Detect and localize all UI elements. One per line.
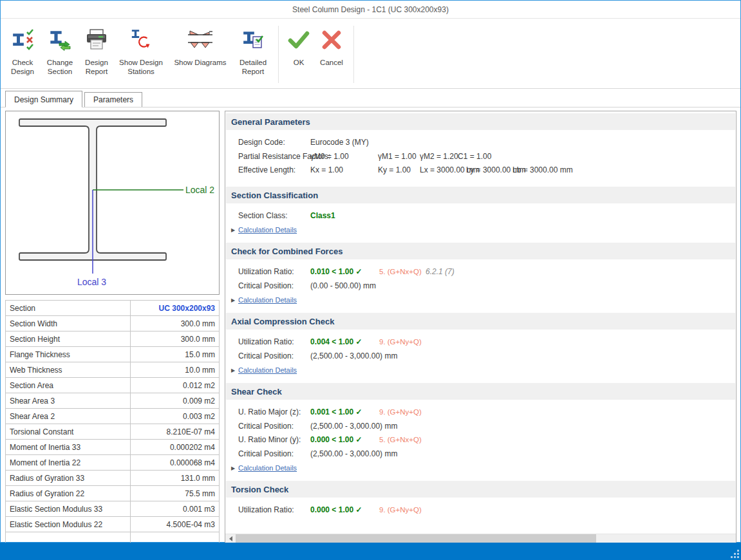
row-value: γM1 = 1.00: [378, 150, 420, 164]
section-properties-table: SectionUC 300x200x93 Section Width300.0 …: [5, 300, 220, 544]
table-row: Shear Area 30.009 m2: [6, 393, 220, 409]
table-row: Elastic Section Modulus 330.001 m3: [6, 501, 220, 517]
utilization-ratio: 0.010 < 1.00 ✓: [310, 265, 379, 279]
toolbar-separator: [278, 26, 279, 83]
row-value: Lb = 3000.00 mm: [512, 163, 736, 178]
check-design-icon: [10, 24, 35, 55]
section-axial-compression: Axial Compression Check Utilization Rati…: [225, 313, 736, 383]
utilization-ratio: 0.001 < 1.00 ✓: [310, 406, 379, 420]
load-combination: 9. (G+Ny+Q): [379, 406, 426, 420]
section-classification: Section Classification Section Class: Cl…: [225, 187, 736, 243]
tab-strip: Design Summary Parameters: [1, 90, 740, 107]
row-label: Utilization Ratio:: [238, 335, 310, 350]
detailed-report-icon: [241, 24, 265, 55]
toolbar-button-label: Check Design: [6, 58, 39, 76]
row-label: U. Ratio Minor (y):: [238, 433, 310, 447]
calculation-details-link[interactable]: ▶ Calculation Details: [228, 464, 736, 472]
row-value: γM0 = 1.00: [310, 150, 378, 164]
utilization-ratio: 0.004 < 1.00 ✓: [310, 335, 379, 350]
table-row: Torsional Constant8.210E-07 m4: [6, 424, 220, 440]
cancel-button[interactable]: Cancel: [315, 21, 348, 88]
result-value: Class1: [310, 209, 736, 223]
row-label: Utilization Ratio:: [238, 503, 310, 518]
section-header: Axial Compression Check: [226, 313, 735, 330]
resize-grip[interactable]: [731, 550, 739, 558]
row-label: Effective Length:: [238, 163, 310, 178]
check-design-button[interactable]: Check Design: [5, 21, 40, 88]
row-value: γM2 = 1.20: [420, 150, 458, 164]
design-summary-page: Local 2 Local 3 SectionUC 300x200x93 Sec…: [1, 107, 740, 544]
table-row: Section Area0.012 m2: [6, 378, 220, 393]
critical-position: (2,500.00 - 3,000.00) mm: [310, 420, 736, 434]
critical-position: (2,500.00 - 3,000.00) mm: [310, 350, 736, 364]
table-row: Radius of Gyration 33131.0 mm: [6, 471, 220, 486]
row-label: U. Ratio Major (z):: [238, 406, 310, 420]
table-row: Flange Thickness15.0 mm: [6, 347, 220, 362]
app-status-bar: [0, 543, 741, 560]
change-section-icon: [48, 24, 72, 55]
table-row: Elastic Section Modulus 224.500E-04 m3: [6, 517, 220, 532]
row-value: Lx = 3000.00 mm: [420, 163, 466, 178]
design-stations-icon: [129, 24, 153, 55]
row-value: Ly = 3000.00 mm: [466, 163, 512, 178]
section-header: Section Classification: [226, 187, 735, 203]
section-header: Check for Combined Forces: [226, 243, 735, 259]
section-general-parameters: General Parameters Design Code: Eurocode…: [225, 113, 736, 187]
load-combination: 9. (G+Ny+Q): [379, 503, 426, 518]
table-row: Moment of Inertia 220.000068 m4: [6, 455, 220, 471]
row-label: Section Class:: [238, 209, 310, 223]
section-diagram: Local 2 Local 3: [5, 111, 220, 295]
table-row: Section Width300.0 mm: [6, 316, 220, 331]
show-diagrams-button[interactable]: Show Diagrams: [169, 21, 232, 88]
table-row: Shear Area 20.003 m2: [6, 409, 220, 424]
toolbar-separator: [353, 26, 354, 83]
design-report-button[interactable]: Design Report: [80, 21, 113, 88]
local3-axis-label: Local 3: [77, 277, 106, 287]
load-combination: 5. (G+Nx+Q): [379, 265, 426, 279]
horizontal-scrollbar[interactable]: [225, 534, 736, 543]
local2-axis-label: Local 2: [185, 185, 214, 195]
cancel-x-icon: [320, 24, 343, 55]
table-row: Section Height300.0 mm: [6, 331, 220, 347]
calculation-details-link[interactable]: ▶ Calculation Details: [228, 296, 736, 304]
expand-arrow-icon: ▶: [228, 368, 238, 373]
code-clause: 6.2.1 (7): [426, 265, 736, 279]
expand-arrow-icon: ▶: [228, 297, 238, 303]
critical-position: (2,500.00 - 3,000.00) mm: [310, 447, 736, 462]
tab-parameters[interactable]: Parameters: [84, 92, 142, 107]
table-row: Web Thickness10.0 mm: [6, 362, 220, 378]
utilization-ratio: 0.000 < 1.00 ✓: [310, 503, 379, 518]
toolbar-button-label: Change Section: [42, 58, 77, 76]
row-label: Critical Position:: [238, 279, 310, 294]
toolbar-button-label: Detailed Report: [234, 58, 272, 76]
diagrams-icon: [186, 24, 214, 55]
toolbar-button-label: OK: [294, 58, 305, 67]
row-value: Eurocode 3 (MY): [310, 136, 736, 150]
show-design-stations-button[interactable]: Show Design Stations: [115, 21, 167, 88]
calculation-details-link[interactable]: ▶ Calculation Details: [228, 366, 736, 374]
toolbar-button-label: Cancel: [320, 58, 343, 67]
toolbar-button-label: Show Diagrams: [174, 58, 226, 67]
row-value: Kx = 1.00: [310, 163, 378, 178]
row-value: C1 = 1.00: [458, 150, 736, 164]
row-label: Partial Resistance Factors:: [238, 150, 310, 164]
toolbar-button-label: Show Design Stations: [116, 58, 166, 76]
calculation-details-link[interactable]: ▶ Calculation Details: [228, 226, 736, 234]
row-label: Utilization Ratio:: [238, 265, 310, 279]
section-shear-check: Shear Check U. Ratio Major (z): 0.001 < …: [225, 383, 736, 481]
section-header: Shear Check: [226, 383, 735, 400]
left-panel: Local 2 Local 3 SectionUC 300x200x93 Sec…: [5, 111, 220, 544]
row-label: Critical Position:: [238, 350, 310, 364]
design-results-panel: General Parameters Design Code: Eurocode…: [225, 111, 736, 544]
section-combined-forces: Check for Combined Forces Utilization Ra…: [225, 243, 736, 313]
load-combination: 9. (G+Ny+Q): [379, 335, 426, 350]
change-section-button[interactable]: Change Section: [41, 21, 79, 88]
print-icon: [84, 24, 109, 55]
section-header: General Parameters: [226, 113, 735, 130]
ok-button[interactable]: OK: [284, 21, 314, 88]
row-value: Ky = 1.00: [378, 163, 420, 178]
title-bar[interactable]: Steel Column Design - 1C1 (UC 300x200x93…: [1, 1, 740, 19]
tab-design-summary[interactable]: Design Summary: [5, 91, 82, 107]
detailed-report-button[interactable]: Detailed Report: [233, 21, 273, 88]
toolbar-button-label: Design Report: [81, 58, 112, 76]
